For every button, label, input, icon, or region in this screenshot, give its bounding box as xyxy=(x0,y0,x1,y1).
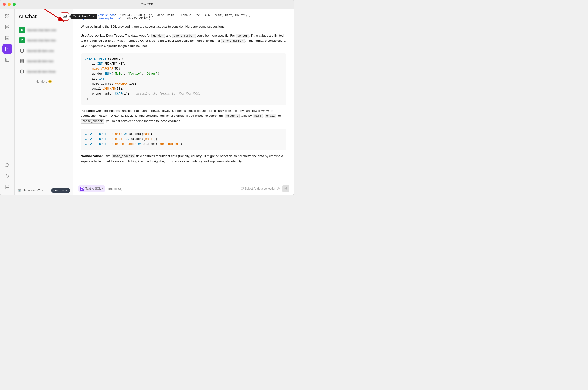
create-team-button[interactable]: Create Team xyxy=(52,188,70,193)
mode-icon xyxy=(80,187,84,191)
icon-sidebar-top xyxy=(2,11,12,159)
section-1-title: Use Appropriate Data Types: xyxy=(81,34,124,37)
nav-refresh-icon[interactable] xyxy=(2,160,12,170)
svg-rect-3 xyxy=(7,17,9,18)
icon-sidebar xyxy=(0,9,15,195)
code-phone-3: phone_number xyxy=(81,119,104,124)
chat-item-label: blurred chat item two xyxy=(27,39,69,42)
chat-content-area: john.doe@example.com', '123-456-7890'), … xyxy=(73,9,294,182)
window-title: Chat2DB xyxy=(141,2,153,6)
code-phone-1: phone_number xyxy=(172,34,196,38)
list-item[interactable]: blurred db item two xyxy=(16,56,71,66)
titlebar: Chat2DB xyxy=(0,0,294,9)
svg-rect-1 xyxy=(7,15,9,16)
new-chat-button[interactable]: Create New Chat xyxy=(61,12,69,21)
icon-sidebar-bottom xyxy=(2,160,12,195)
main-content: john.doe@example.com', '123-456-7890'), … xyxy=(73,9,294,195)
code-phone-2: phone_number xyxy=(221,39,245,43)
nav-bell-icon[interactable] xyxy=(2,171,12,181)
nav-grid-icon[interactable] xyxy=(2,11,12,21)
window-controls xyxy=(3,3,16,6)
chat-item-label: blurred db item three xyxy=(27,70,69,73)
section-indexing: Indexing: Creating indexes can speed up … xyxy=(81,108,286,124)
chat-item-label: blurred chat item one xyxy=(27,28,69,32)
left-panel-footer: 🏢 Experience Team ... Create Team xyxy=(15,186,73,195)
mode-selector[interactable]: Text to SQL ▾ xyxy=(78,185,105,192)
list-item[interactable]: X blurred chat item one xyxy=(16,25,71,35)
list-item[interactable]: blurred db item one xyxy=(16,46,71,56)
code-email: email xyxy=(265,114,276,118)
code-name: name xyxy=(253,114,263,118)
list-item[interactable]: X blurred chat item two xyxy=(16,35,71,45)
mode-dropdown-arrow: ▾ xyxy=(102,188,103,190)
chat-input-field[interactable] xyxy=(107,187,238,191)
select-ai-collection[interactable]: Select AI data collection xyxy=(240,187,280,190)
section-3-title: Normalization: xyxy=(81,154,103,158)
svg-line-12 xyxy=(35,9,64,22)
minimize-button[interactable] xyxy=(8,3,11,6)
svg-rect-5 xyxy=(5,36,9,40)
close-button[interactable] xyxy=(3,3,6,6)
send-button[interactable] xyxy=(282,185,289,192)
code-student: student xyxy=(225,114,240,118)
svg-rect-8 xyxy=(5,58,9,61)
insert-statement: john.doe@example.com', '123-456-7890'), … xyxy=(81,14,286,20)
code-home-address: home_address xyxy=(112,154,135,158)
svg-rect-2 xyxy=(5,17,7,18)
svg-point-4 xyxy=(5,25,9,26)
team-name: Experience Team ... xyxy=(23,189,50,192)
section-2-title: Indexing: xyxy=(81,109,95,112)
section-3-body: If the home_address field contains redun… xyxy=(81,154,283,163)
code-block-create-table: CREATE TABLE student ( id INT PRIMARY KE… xyxy=(81,53,286,105)
ai-chat-title: AI Chat xyxy=(18,13,37,20)
chat-input-bar: Text to SQL ▾ Select AI data collection xyxy=(73,182,294,195)
no-more-label: No More 😶 xyxy=(16,77,71,86)
chat-item-label: blurred db item two xyxy=(27,59,69,63)
intro-text: When optimizing the SQL provided, there … xyxy=(81,24,286,29)
chat-db-icon xyxy=(19,48,25,54)
section-2-body: Creating indexes can speed up data retri… xyxy=(81,109,281,123)
nav-layout-icon[interactable] xyxy=(2,55,12,65)
mode-label: Text to SQL xyxy=(85,187,101,190)
svg-rect-0 xyxy=(5,15,7,16)
section-data-types: Use Appropriate Data Types: The data typ… xyxy=(81,33,286,49)
svg-point-14 xyxy=(20,59,24,61)
section-normalization: Normalization: If the home_address field… xyxy=(81,153,286,164)
nav-chart-icon[interactable] xyxy=(2,33,12,43)
chat-item-icon: X xyxy=(19,27,25,33)
svg-point-13 xyxy=(20,49,24,50)
nav-ai-chat-icon[interactable] xyxy=(2,44,12,54)
code-block-create-index: CREATE INDEX idx_name ON student(name); … xyxy=(81,129,286,150)
select-ai-label-text: Select AI data collection xyxy=(245,187,276,190)
email-link: john.doe@example.com xyxy=(81,14,115,17)
code-gender-1: gender xyxy=(152,34,165,38)
chat-list: X blurred chat item one X blurred chat i… xyxy=(15,23,73,186)
svg-point-15 xyxy=(20,70,24,71)
jane-email-link: jane.smith@example.com xyxy=(82,17,120,20)
app-window: Chat2DB xyxy=(0,0,294,195)
chat-db-icon xyxy=(19,68,25,75)
chat-item-label: blurred db item one xyxy=(27,49,69,52)
nav-message-icon[interactable] xyxy=(2,182,12,192)
nav-database-icon[interactable] xyxy=(2,22,12,32)
app-body: AI Chat Create New Chat xyxy=(0,9,294,195)
maximize-button[interactable] xyxy=(13,3,16,6)
chat-item-icon: X xyxy=(19,37,25,43)
left-panel-header: AI Chat Create New Chat xyxy=(15,9,73,23)
chat-db-icon xyxy=(19,58,25,64)
team-icon: 🏢 xyxy=(17,189,21,193)
code-gender-2: gender xyxy=(236,34,249,38)
list-item[interactable]: blurred db item three xyxy=(16,66,71,76)
left-panel: AI Chat Create New Chat xyxy=(15,9,73,195)
